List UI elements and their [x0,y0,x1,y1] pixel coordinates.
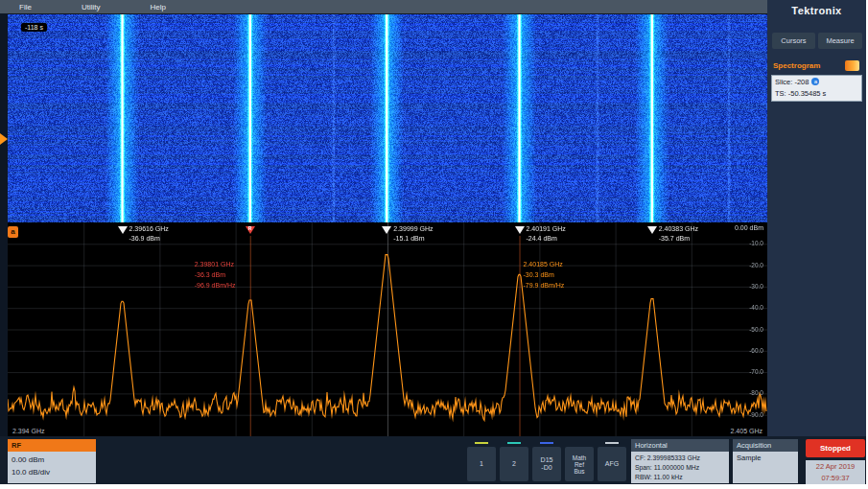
acquisition-panel: Acquisition Sample [733,439,798,483]
date-label: 22 Apr 2019 [806,461,865,473]
oscilloscope-app: File Utility Help -118 s a 0.00 dBm -10.… [0,0,868,489]
math-ref-bus-button[interactable]: Math Ref Bus [565,447,594,481]
menu-utility[interactable]: Utility [82,3,101,12]
datetime-readout: 22 Apr 2019 07:59:37 [806,460,865,484]
channel-2-dash-icon [507,442,521,444]
rf-panel-body: 0.00 dBm 10.0 dB/div [8,452,96,483]
spectrogram-canvas [8,14,767,222]
measure-button[interactable]: Measure [818,33,862,49]
y-axis-label: -70.0 [749,368,763,375]
y-axis-label: -80.0 [749,389,763,396]
start-frequency-label: 2.394 GHz [10,428,47,434]
peak-marker-icon[interactable] [118,226,128,234]
channel-1-button[interactable]: 1 [467,447,496,481]
rf-settings-panel: RF 0.00 dBm 10.0 dB/div [8,439,96,483]
marker-readout: 2.40191 GHz -24.4 dBm [527,224,566,244]
center-frequency-readout: CF: 2.399985333 GHz [635,454,725,463]
digital-dash-icon [540,442,553,444]
peak-marker-icon[interactable] [382,226,391,234]
y-axis-label: -20.0 [749,262,763,268]
menu-bar: File Utility Help [0,0,767,13]
peak-marker-icon[interactable] [515,226,525,234]
spectrogram-time-badge: -118 s [21,23,47,32]
y-axis-label: -90.0 [749,411,763,418]
rf-panel-header[interactable]: RF [8,439,96,452]
spectrogram-title: Spectrogram [773,61,820,70]
slice-line: Slice: -208a [775,77,858,88]
ts-line: TS: -50.35485 s [775,88,858,100]
spectrum-panel: a 0.00 dBm -10.0-20.0-30.0-40.0-50.0-60.… [8,222,767,436]
display-stage: File Utility Help -118 s a 0.00 dBm -10.… [0,0,866,484]
y-axis-label: -30.0 [749,283,763,290]
menu-help[interactable]: Help [150,3,165,12]
slice-playhead-arrow[interactable] [0,133,8,145]
y-axis-label: -60.0 [749,347,763,354]
time-label: 07:59:37 [806,473,865,484]
channel-1-dash-icon [475,442,488,444]
acquisition-panel-body: Sample [733,452,798,483]
spectrum-canvas [8,222,767,436]
y-axis-label: -40.0 [749,304,763,311]
menu-file[interactable]: File [19,3,32,12]
spectrogram-colormap-icon[interactable] [845,60,859,71]
afg-dash-icon [605,442,619,444]
rf-level: 0.00 dBm [12,454,92,466]
reference-marker-letter: R [248,225,252,231]
ref-level-label: 0.00 dBm [735,224,763,231]
rf-trace-badge: a [8,226,18,238]
run-stop-status-button[interactable]: Stopped [806,439,865,457]
peak-marker-icon[interactable] [647,226,657,234]
horizontal-panel-body: CF: 2.399985333 GHz Span: 11.000000 MHz … [631,452,729,483]
marker-a-icon: a [811,78,819,85]
acquisition-panel-header[interactable]: Acquisition [733,439,798,452]
slice-readout-box: Slice: -208a TS: -50.35485 s [771,75,862,102]
marker-readout: 2.39999 GHz -15.1 dBm [393,224,433,244]
afg-button[interactable]: AFG [598,447,626,481]
marker-detail-readout: 2.39801 GHz -36.3 dBm -96.9 dBm/Hz [195,259,236,291]
rf-scale: 10.0 dB/div [12,466,92,478]
channel-2-button[interactable]: 2 [500,447,528,481]
spectrogram-panel: -118 s [8,14,767,222]
digital-channels-button[interactable]: D15 -D0 [532,447,561,481]
brand-logo: Tektronix [767,5,866,16]
bottom-bar: RF 0.00 dBm 10.0 dB/div 1 2 D15 -D0 Math… [0,436,866,484]
horizontal-panel: Horizontal CF: 2.399985333 GHz Span: 11.… [631,439,729,483]
stop-frequency-label: 2.405 GHz [728,428,765,434]
y-axis-label: -10.0 [749,240,763,246]
rbw-readout: RBW: 11.00 kHz [635,473,725,482]
marker-readout: 2.39616 GHz -36.9 dBm [129,224,169,244]
span-readout: Span: 11.000000 MHz [635,463,725,473]
marker-detail-readout: 2.40185 GHz -30.3 dBm -79.9 dBm/Hz [524,259,565,291]
marker-readout: 2.40383 GHz -35.7 dBm [659,224,698,244]
cursors-button[interactable]: Cursors [772,33,815,49]
right-sidebar: Tektronix Cursors Measure Spectrogram Sl… [767,0,866,484]
y-axis-label: -50.0 [749,326,763,333]
horizontal-panel-header[interactable]: Horizontal [631,439,729,452]
